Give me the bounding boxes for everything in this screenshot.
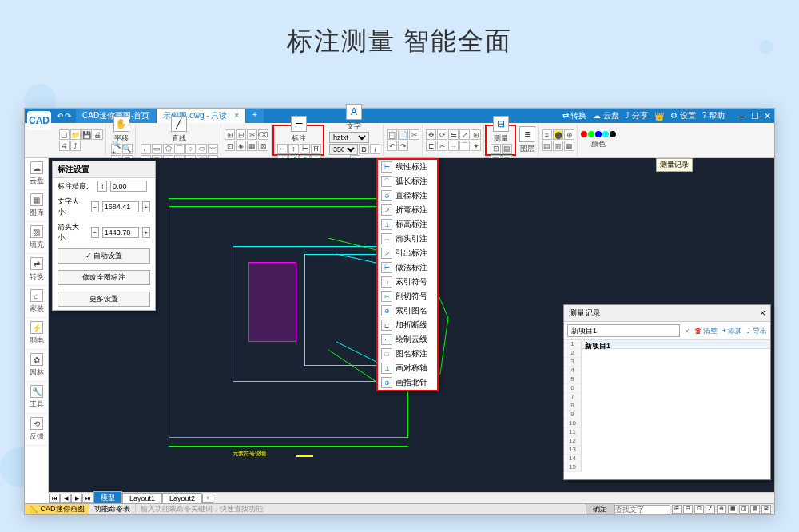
dim1-icon[interactable]: ↔ [277, 144, 288, 154]
dd-break[interactable]: ⊏加折断线 [378, 318, 437, 332]
sb-icon-5[interactable]: ⊕ [717, 505, 726, 514]
sidebar-item-feedback[interactable]: ⟲反馈 [25, 414, 48, 446]
sb-icon-3[interactable]: ⊡ [694, 505, 704, 514]
italic-icon[interactable]: I [370, 144, 380, 154]
spline-icon[interactable]: 〰 [208, 144, 218, 154]
sidebar-item-fill[interactable]: ▨填充 [25, 222, 48, 254]
measure-panel-close-icon[interactable]: × [760, 308, 765, 319]
bold-icon[interactable]: B [359, 144, 369, 154]
modify-all-button[interactable]: 修改全图标注 [58, 270, 150, 285]
layer2-icon[interactable]: ⬤ [553, 129, 563, 140]
sb-icon-4[interactable]: ∠ [706, 505, 715, 514]
measure-icon[interactable]: ⊟ [493, 116, 509, 132]
tab-nav-prev[interactable]: ◀ [60, 494, 71, 503]
arc-icon[interactable]: ⌒ [174, 144, 185, 154]
nav-forward-icon[interactable]: ↷ [65, 112, 71, 121]
array-icon[interactable]: ⊞ [471, 129, 481, 140]
arrowsize-inc[interactable]: + [142, 227, 150, 238]
sidebar-item-garden[interactable]: ✿园林 [25, 350, 48, 382]
precision-icon[interactable]: ⁞ [97, 181, 107, 192]
edit2-icon[interactable]: ⊟ [236, 129, 246, 140]
polyline-icon[interactable]: ⌐ [141, 144, 151, 154]
confirm-button[interactable]: 确定 [586, 503, 614, 515]
tab-nav-last[interactable]: ⏭ [82, 494, 93, 503]
color-black[interactable] [610, 131, 616, 137]
clear-input-icon[interactable]: × [685, 327, 690, 335]
layer6-icon[interactable]: ▦ [564, 141, 574, 151]
app-logo[interactable]: CAD [27, 111, 51, 130]
menu-cloud[interactable]: ☁ 云盘 [593, 110, 619, 121]
dd-cloud[interactable]: 〰绘制云线 [378, 332, 437, 347]
scale-icon[interactable]: ⤢ [459, 129, 470, 140]
color-red[interactable] [581, 131, 587, 137]
zoom-out-icon[interactable]: 🔍- [122, 144, 133, 154]
dim4-icon[interactable]: Ħ [311, 144, 321, 154]
textsize-input[interactable] [102, 201, 139, 212]
trim-icon[interactable]: ✂ [437, 141, 447, 151]
minimize-icon[interactable]: — [737, 111, 746, 121]
dd-dia[interactable]: ⊘直径标注 [378, 189, 437, 203]
sidebar-item-elec[interactable]: ⚡弱电 [25, 318, 48, 350]
font-select[interactable]: hztxt [329, 132, 369, 143]
ellipse-icon[interactable]: ⬭ [197, 144, 207, 154]
extend-icon[interactable]: → [448, 141, 459, 151]
layer3-icon[interactable]: ⊕ [564, 129, 574, 140]
dd-arrow[interactable]: →箭头引注 [378, 232, 437, 246]
tab-add[interactable]: + [246, 109, 264, 123]
auto-setting-button[interactable]: ✓ 自动设置 [58, 248, 150, 264]
redo-icon[interactable]: ↷ [398, 141, 408, 151]
dd-figname[interactable]: □图名标注 [378, 347, 437, 361]
sb-icon-9[interactable]: ⊠ [761, 505, 771, 514]
export-button[interactable]: ⤴导出 [747, 326, 767, 336]
dd-method[interactable]: ⊢做法标注 [378, 260, 437, 275]
menu-share[interactable]: ⤴ 分享 [626, 110, 648, 121]
meas2-icon[interactable]: ▤ [502, 144, 512, 154]
cmd-table-button[interactable]: 功能命令表 [89, 504, 136, 514]
copy-icon[interactable]: 📋 [387, 129, 397, 140]
dd-north[interactable]: ⊕画指北针 [378, 375, 437, 390]
tab-close-icon[interactable]: × [234, 111, 239, 120]
font-size-select[interactable]: 350 [329, 144, 358, 155]
dim2-icon[interactable]: ↕ [288, 144, 299, 154]
sidebar-item-home[interactable]: ⌂家装 [25, 286, 48, 318]
save-icon[interactable]: 💾 [81, 129, 92, 140]
menu-vip[interactable]: 👑 [654, 112, 664, 121]
pan-icon[interactable]: ✋ [113, 116, 129, 132]
text-icon[interactable]: A [346, 104, 362, 120]
tab-nav-first[interactable]: ⏮ [49, 494, 60, 503]
rect-icon[interactable]: ▭ [152, 144, 162, 154]
tab-layout2[interactable]: Layout2 [162, 493, 202, 504]
print-icon[interactable]: 🖨 [93, 129, 103, 140]
menu-help[interactable]: ? 帮助 [702, 110, 725, 121]
dd-jog[interactable]: ↗折弯标注 [378, 203, 437, 217]
paste-icon[interactable]: 📄 [398, 129, 408, 140]
tab-layout1[interactable]: Layout1 [122, 493, 162, 504]
textsize-dec[interactable]: − [91, 201, 99, 212]
sidebar-item-cloud[interactable]: ☁云盘 [25, 158, 48, 190]
add-button[interactable]: +添加 [722, 326, 742, 336]
layer4-icon[interactable]: ▤ [542, 141, 552, 151]
sidebar-item-library[interactable]: ▦图库 [25, 190, 48, 222]
edit8-icon[interactable]: ⊠ [258, 141, 268, 151]
dd-leader[interactable]: ↗引出标注 [378, 246, 437, 260]
edit1-icon[interactable]: ⊞ [225, 129, 235, 140]
search-input[interactable] [614, 505, 670, 514]
menu-settings[interactable]: ⚙ 设置 [670, 110, 696, 121]
textsize-inc[interactable]: + [142, 201, 150, 212]
edit7-icon[interactable]: ▦ [247, 141, 257, 151]
annotation-icon[interactable]: ⊢ [291, 116, 307, 132]
sb-icon-2[interactable]: ⊟ [683, 505, 693, 514]
edit3-icon[interactable]: ✂ [247, 129, 257, 140]
tab-nav-next[interactable]: ▶ [71, 494, 82, 503]
dd-index[interactable]: ↓索引符号 [378, 275, 437, 289]
undo-icon[interactable]: ↶ [387, 141, 397, 151]
dim3-icon[interactable]: ⊢ [300, 144, 310, 154]
cut-icon[interactable]: ✂ [409, 129, 419, 140]
print2-icon[interactable]: 🖨 [59, 141, 70, 151]
mirror-icon[interactable]: ⇋ [448, 129, 459, 140]
edit5-icon[interactable]: ⊡ [225, 141, 235, 151]
color-cyan[interactable] [602, 131, 609, 137]
dd-indexname[interactable]: ⊕索引图名 [378, 304, 437, 318]
clear-button[interactable]: 🗑清空 [694, 326, 718, 336]
precision-input[interactable] [110, 181, 147, 192]
